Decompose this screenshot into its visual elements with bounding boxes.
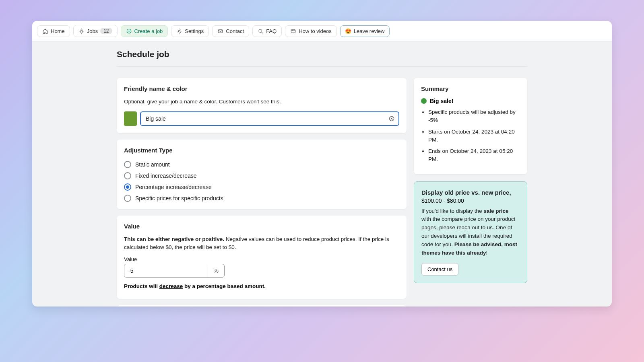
radio-option[interactable]: Static amount [124,161,399,168]
columns: Friendly name & color Optional, give you… [117,78,527,306]
plus-circle-icon [126,28,132,34]
summary-color-dot [421,98,427,104]
value-card: Value This can be either negative or pos… [117,216,407,299]
value-result-prefix: Products will [124,283,159,289]
svg-point-4 [259,29,262,33]
nav-faq[interactable]: FAQ [252,25,282,37]
nav-create-job[interactable]: Create a job [121,25,168,37]
divider [117,66,527,67]
gear-icon [78,28,85,34]
adjustment-title: Adjustment Type [124,147,399,154]
value-label: Value [124,256,399,262]
radio-label: Specific prices for specific products [135,195,223,202]
info-card: Display old price vs. new price, $100.00… [414,181,527,284]
right-column: Summary Big sale! Specific products will… [414,78,527,283]
friendly-desc: Optional, give your job a name & color. … [124,98,399,106]
info-body-bold1: sale price [483,208,508,214]
clear-input-icon[interactable] [388,115,395,122]
value-input[interactable] [124,264,208,277]
info-body-1: If you'd like to display the [421,208,483,214]
nav-jobs-label: Jobs [87,28,98,34]
radio-label: Percentage increase/decrease [135,184,212,190]
applies-card: Applies to [117,305,407,306]
nav-contact-label: Contact [226,28,244,34]
summary-item: Specific products will be adjusted by -5… [428,108,520,125]
nav-settings-label: Settings [185,28,204,34]
settings-icon [176,28,182,34]
radio-label: Static amount [135,161,170,168]
radio-list: Static amountFixed increase/decreasePerc… [124,159,399,202]
home-icon [42,28,48,34]
mail-icon [217,28,223,34]
heart-eyes-icon: 😍 [345,28,351,34]
navbar: Home Jobs 12 Create a job Settings Conta… [32,21,612,41]
summary-card: Summary Big sale! Specific products will… [414,78,527,174]
nav-videos[interactable]: How to videos [285,25,337,37]
friendly-title: Friendly name & color [124,85,399,92]
contact-us-button[interactable]: Contact us [421,263,458,276]
nav-jobs[interactable]: Jobs 12 [73,25,118,37]
nav-home[interactable]: Home [37,25,70,37]
nav-videos-label: How to videos [299,28,332,34]
radio-option[interactable]: Percentage increase/decrease [124,183,399,191]
adjustment-card: Adjustment Type Static amountFixed incre… [117,140,407,209]
friendly-name-card: Friendly name & color Optional, give you… [117,78,407,133]
value-input-wrap: % [124,264,225,278]
nav-review[interactable]: 😍 Leave review [340,25,390,37]
radio-label: Fixed increase/decrease [135,173,197,179]
new-price: $80.00 [447,197,464,204]
job-name-input[interactable] [141,112,398,125]
radio-option[interactable]: Specific prices for specific products [124,195,399,202]
summary-title: Summary [421,85,520,92]
info-body-3: ! [486,250,488,256]
info-title: Display old price vs. new price, [421,189,520,196]
content: Schedule job Friendly name & color Optio… [32,41,612,306]
value-desc-bold: This can be either negative or positive. [124,236,224,242]
left-column: Friendly name & color Optional, give you… [117,78,407,306]
summary-item: Ends on October 24, 2023 at 05:20 PM. [428,147,520,164]
radio-icon [124,161,131,168]
old-price: $100.00 [421,197,442,204]
name-row [124,111,399,126]
price-line: $100.00 - $80.00 [421,197,520,204]
svg-rect-5 [291,29,295,33]
nav-review-label: Leave review [354,28,385,34]
info-body: If you'd like to display the sale price … [421,207,520,258]
nav-create-label: Create a job [134,28,163,34]
value-desc: This can be either negative or positive.… [124,235,399,252]
price-sep: - [442,197,447,204]
radio-icon [124,172,131,179]
value-result-word: decrease [159,283,183,289]
radio-icon [124,183,131,191]
job-name-input-wrap [140,111,399,126]
value-suffix: % [208,264,224,277]
svg-point-2 [179,30,181,32]
summary-job-name: Big sale! [430,98,453,104]
nav-contact[interactable]: Contact [212,25,249,37]
nav-settings[interactable]: Settings [171,25,209,37]
nav-home-label: Home [51,28,65,34]
search-icon [258,28,264,34]
jobs-count-badge: 12 [100,28,112,34]
summary-head: Big sale! [421,98,520,104]
page-title: Schedule job [117,49,527,59]
nav-faq-label: FAQ [266,28,277,34]
app-window: Home Jobs 12 Create a job Settings Conta… [32,21,612,306]
radio-option[interactable]: Fixed increase/decrease [124,172,399,179]
svg-point-0 [80,30,83,32]
summary-item: Starts on October 24, 2023 at 04:20 PM. [428,128,520,144]
value-result: Products will decrease by a percentage b… [124,283,399,289]
value-result-suffix: by a percentage based amount. [183,283,266,289]
radio-icon [124,195,131,202]
value-title: Value [124,223,399,230]
color-picker[interactable] [124,111,137,126]
svg-rect-3 [219,29,223,33]
summary-list: Specific products will be adjusted by -5… [421,108,520,164]
video-icon [290,28,296,34]
